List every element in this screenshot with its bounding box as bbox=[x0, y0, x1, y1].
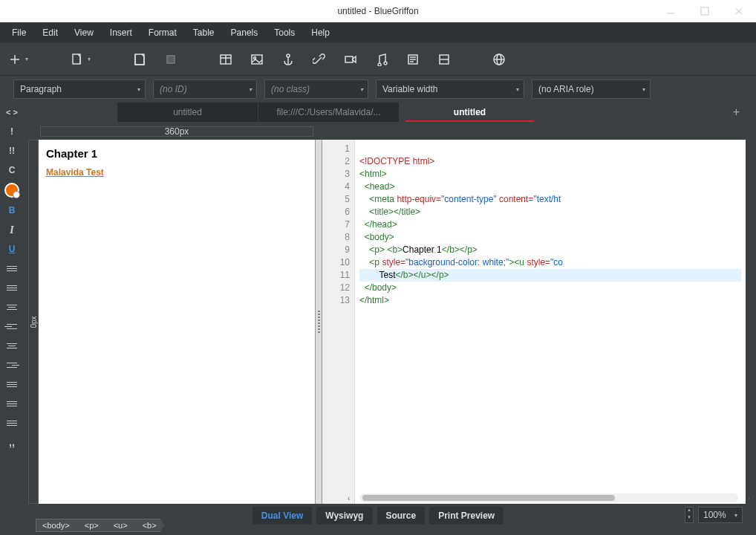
breadcrumb-p[interactable]: <p> bbox=[74, 519, 107, 532]
color-picker-icon[interactable] bbox=[4, 183, 19, 198]
important-icon[interactable]: ! bbox=[4, 125, 19, 138]
wysiwyg-view-button[interactable]: Wysiwyg bbox=[316, 507, 372, 525]
video-icon[interactable] bbox=[343, 52, 358, 67]
wysiwyg-pane[interactable]: Chapter 1 Malavida Test bbox=[39, 140, 315, 504]
tab-2[interactable]: untitled bbox=[400, 103, 541, 122]
svg-rect-12 bbox=[252, 55, 262, 64]
menu-help[interactable]: Help bbox=[304, 25, 337, 41]
ordered-list-button[interactable] bbox=[4, 281, 19, 294]
dual-view-button[interactable]: Dual View bbox=[252, 507, 312, 525]
menu-file[interactable]: File bbox=[4, 25, 33, 41]
menu-view[interactable]: View bbox=[67, 25, 101, 41]
unordered-list-button[interactable] bbox=[4, 262, 19, 275]
preview-text: Malavida Test bbox=[46, 167, 307, 178]
menu-format[interactable]: Format bbox=[141, 25, 184, 41]
paragraph-select[interactable]: Paragraph▾ bbox=[13, 80, 146, 99]
anchor-icon[interactable] bbox=[281, 52, 296, 67]
save-button[interactable] bbox=[132, 52, 147, 67]
svg-line-16 bbox=[317, 57, 322, 62]
zoom-spinner[interactable]: ▲▼ bbox=[685, 507, 694, 523]
class-select[interactable]: (no class)▾ bbox=[264, 80, 368, 99]
zoom-select[interactable]: 100%▾ bbox=[698, 507, 743, 523]
stop-button[interactable] bbox=[163, 52, 178, 67]
svg-rect-1 bbox=[701, 7, 708, 15]
align-left-button[interactable] bbox=[4, 320, 19, 333]
svg-rect-8 bbox=[167, 56, 175, 63]
splitter[interactable] bbox=[315, 140, 322, 504]
bold-button[interactable]: B bbox=[4, 204, 19, 217]
source-pane[interactable]: 12345678910111213 <!DOCTYPE html><html> … bbox=[322, 140, 746, 504]
aria-select[interactable]: (no ARIA role)▾ bbox=[532, 80, 651, 99]
breadcrumb-b[interactable]: <b> bbox=[131, 519, 165, 532]
format-bar: Paragraph▾ (no ID)▾ (no class)▾ Variable… bbox=[0, 76, 756, 103]
definition-list-button[interactable] bbox=[4, 300, 19, 314]
link-icon[interactable] bbox=[312, 52, 327, 67]
underline-button[interactable]: U bbox=[4, 242, 19, 256]
line-gutter: 12345678910111213 bbox=[322, 140, 355, 504]
image-icon[interactable] bbox=[250, 52, 264, 67]
menubar: File Edit View Insert Format Table Panel… bbox=[0, 22, 756, 43]
new-button[interactable]: ▾ bbox=[7, 52, 22, 67]
scrollbar-thumb[interactable] bbox=[362, 495, 615, 501]
close-button[interactable] bbox=[722, 0, 756, 22]
form-icon[interactable] bbox=[405, 52, 420, 67]
align-right-button[interactable] bbox=[4, 358, 19, 372]
horizontal-ruler[interactable]: 360px bbox=[40, 126, 313, 137]
menu-insert[interactable]: Insert bbox=[102, 25, 140, 41]
window-title: untitled - BlueGriffon bbox=[337, 6, 418, 16]
titlebar: untitled - BlueGriffon bbox=[0, 0, 756, 22]
menu-panels[interactable]: Panels bbox=[224, 25, 266, 41]
hr-icon[interactable] bbox=[437, 52, 452, 67]
svg-point-14 bbox=[287, 54, 290, 57]
document-tabs: untitled file:///C:/Users/Malavida/... u… bbox=[28, 103, 746, 122]
class-c-icon[interactable]: C bbox=[4, 163, 19, 177]
table-icon[interactable] bbox=[218, 52, 233, 67]
tab-1[interactable]: file:///C:/Users/Malavida/... bbox=[258, 103, 400, 122]
window-controls bbox=[654, 0, 756, 22]
outdent-button[interactable] bbox=[4, 416, 19, 429]
indent-button[interactable] bbox=[4, 397, 19, 410]
preview-heading: Chapter 1 bbox=[46, 147, 307, 160]
browser-icon[interactable] bbox=[492, 52, 506, 67]
id-select[interactable]: (no ID)▾ bbox=[153, 80, 257, 99]
double-important-icon[interactable]: !! bbox=[4, 144, 19, 158]
menu-edit[interactable]: Edit bbox=[35, 25, 65, 41]
maximize-button[interactable] bbox=[688, 0, 722, 22]
minimize-button[interactable] bbox=[654, 0, 688, 22]
svg-point-13 bbox=[254, 56, 256, 59]
svg-rect-17 bbox=[345, 56, 353, 62]
tab-0[interactable]: untitled bbox=[117, 103, 258, 122]
quote-icon[interactable]: ,, bbox=[4, 435, 19, 449]
font-select[interactable]: Variable width▾ bbox=[376, 80, 524, 99]
toolbar: ▾ ▾ bbox=[0, 43, 756, 76]
dom-breadcrumb: <body> <p> <u> <b> bbox=[36, 519, 165, 532]
source-view-button[interactable]: Source bbox=[377, 507, 425, 525]
justify-button[interactable] bbox=[4, 377, 19, 391]
menu-tools[interactable]: Tools bbox=[267, 25, 302, 41]
menu-table[interactable]: Table bbox=[186, 25, 222, 41]
align-center-button[interactable] bbox=[4, 339, 19, 352]
angle-brackets-icon[interactable]: < > bbox=[4, 106, 19, 119]
open-button[interactable]: ▾ bbox=[70, 52, 85, 67]
horizontal-scrollbar[interactable]: ‹ › bbox=[359, 493, 738, 502]
italic-button[interactable]: I bbox=[4, 223, 19, 236]
code-editor[interactable]: <!DOCTYPE html><html> <head> <meta http-… bbox=[355, 140, 746, 504]
vertical-ruler[interactable]: 0px bbox=[28, 140, 39, 504]
left-toolbar: < > ! !! C B I U ,, bbox=[0, 103, 24, 504]
breadcrumb-u[interactable]: <u> bbox=[102, 519, 136, 532]
print-preview-button[interactable]: Print Preview bbox=[429, 507, 504, 525]
add-tab-button[interactable]: + bbox=[733, 106, 740, 119]
audio-icon[interactable] bbox=[374, 52, 389, 67]
bottom-bar: Dual View Wysiwyg Source Print Preview ▲… bbox=[0, 504, 756, 535]
breadcrumb-body[interactable]: <body> bbox=[36, 519, 78, 532]
